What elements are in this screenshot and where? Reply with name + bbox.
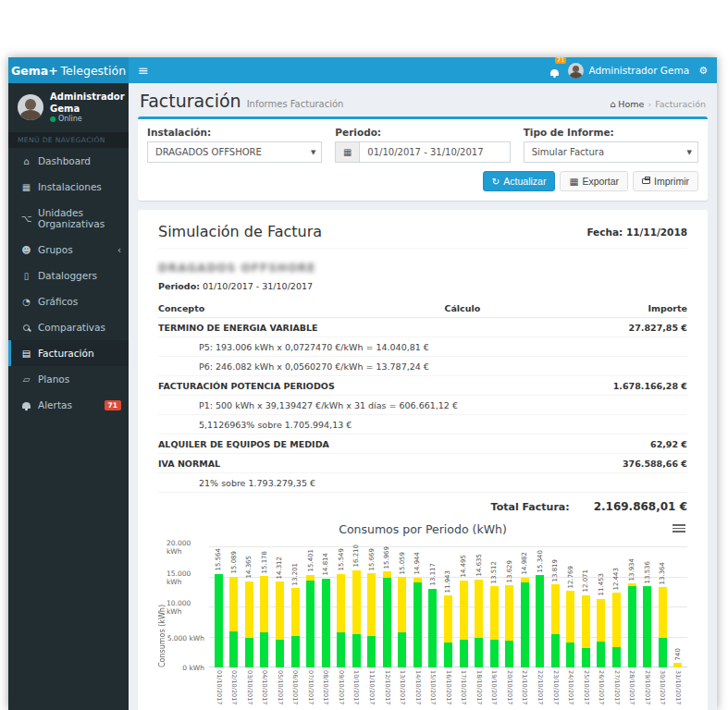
bar[interactable]: 14.312 [272,547,288,667]
bar[interactable]: 14.635 [471,547,487,667]
bar-segment-p3[interactable] [521,582,529,667]
bar[interactable]: 12.071 [578,547,594,667]
bar-segment-p2[interactable] [245,581,253,639]
bar[interactable]: 12.443 [609,547,624,667]
gear-icon[interactable]: ⚙ [698,65,708,77]
bar[interactable]: 13.819 [548,547,563,667]
bar-segment-p3[interactable] [582,648,590,667]
bar-segment-p3[interactable] [475,638,483,668]
breadcrumb-home[interactable]: ⌂ Home [610,99,644,109]
bar-segment-p2[interactable] [659,587,667,637]
bar-segment-p3[interactable] [612,647,621,667]
bar[interactable]: 12.769 [563,547,579,667]
bar-segment-p3[interactable] [276,640,284,668]
bar-segment-p2[interactable] [582,595,590,648]
bar[interactable]: 13.201 [288,547,303,667]
bar[interactable]: 15.178 [257,547,273,667]
bar[interactable]: 11.453 [594,547,610,667]
sidebar-item-graficos[interactable]: ◔Gráficos [8,288,129,314]
bar-segment-p3[interactable] [306,581,315,667]
bar-segment-p3[interactable] [291,636,300,667]
bar-segment-p3[interactable] [367,636,376,667]
bar-segment-p3[interactable] [444,643,452,667]
bar-segment-p3[interactable] [352,634,361,667]
bar[interactable]: 13.512 [487,547,502,667]
bar[interactable]: 13.364 [655,547,671,667]
bar-segment-p3[interactable] [229,631,238,667]
bar[interactable]: 14.944 [410,547,426,667]
sidebar-toggle-icon[interactable]: ≡ [129,63,158,78]
bar-segment-p2[interactable] [673,663,682,667]
bar[interactable]: 13.536 [639,547,655,667]
chart-menu-icon[interactable] [672,522,685,534]
bar-segment-p3[interactable] [551,634,560,667]
sidebar-item-unidades-organizativas[interactable]: ⌥Unidades Organizativas [8,200,129,237]
bar-segment-p2[interactable] [566,591,574,643]
bar-segment-p2[interactable] [291,588,300,636]
bar[interactable]: 14.495 [456,547,472,667]
bar-segment-p3[interactable] [505,641,513,667]
bar-segment-p3[interactable] [597,642,605,667]
bar[interactable]: 15.340 [532,547,548,667]
bar-segment-p3[interactable] [659,638,667,668]
imprimir-button[interactable]: Imprimir [633,171,698,191]
sidebar-item-instalaciones[interactable]: ▦Instalaciones [8,174,129,200]
bar-segment-p3[interactable] [428,589,437,667]
bar-segment-p2[interactable] [229,577,238,631]
brand-logo[interactable]: Gema+ Telegestión [8,57,129,83]
bar-segment-p2[interactable] [475,580,483,638]
bar[interactable]: 740 [670,547,685,667]
tipo-informe-select[interactable]: Simular Factura ▼ [524,141,698,163]
bar[interactable]: 13.117 [426,547,441,667]
exportar-button[interactable]: ▦ Exportar [560,171,628,191]
bar-segment-p2[interactable] [260,576,268,632]
notifications-button[interactable]: 71 [550,62,559,80]
bar[interactable]: 11.943 [440,547,456,667]
bar-segment-p2[interactable] [490,586,499,639]
bar[interactable]: 14.365 [241,547,257,667]
bar[interactable]: 14.814 [318,547,334,667]
sidebar-item-dataloggers[interactable]: ▯Dataloggers [8,263,129,288]
bar[interactable]: 13.629 [501,547,517,667]
bar-segment-p3[interactable] [460,640,468,667]
bar-segment-p2[interactable] [612,593,621,647]
sidebar-item-planos[interactable]: ▱Planos [8,366,129,392]
instalacion-select[interactable]: DRAGADOS OFFSHORE ▼ [147,141,322,163]
sidebar-item-comparativas[interactable]: Comparativas [8,314,129,340]
bar-segment-p2[interactable] [383,571,391,578]
bar[interactable]: 15.564 [211,547,227,667]
bar-segment-p2[interactable] [337,574,345,632]
bar-segment-p3[interactable] [215,574,223,667]
bar[interactable]: 13.934 [624,547,640,667]
bar-segment-p3[interactable] [643,586,651,667]
bar-segment-p3[interactable] [383,578,391,667]
sidebar-item-alertas[interactable]: Alertas71 [8,392,129,418]
sidebar-item-grupos[interactable]: ☻Grupos‹ [8,237,129,263]
bar[interactable]: 15.669 [364,547,379,667]
periodo-input[interactable] [359,141,510,163]
bar-segment-p3[interactable] [536,575,544,667]
bar-segment-p2[interactable] [460,581,468,640]
bar[interactable]: 15.549 [333,547,349,667]
bar-segment-p3[interactable] [628,586,636,667]
bar-segment-p2[interactable] [444,595,452,643]
bar-segment-p3[interactable] [322,579,330,667]
bar[interactable]: 15.969 [379,547,395,667]
bar-segment-p2[interactable] [352,570,361,634]
bar-segment-p3[interactable] [245,638,253,667]
bar[interactable]: 16.210 [349,547,364,667]
bar-segment-p3[interactable] [566,643,574,667]
bar-segment-p3[interactable] [260,632,268,667]
bar-segment-p2[interactable] [367,573,376,636]
bar-segment-p2[interactable] [597,599,605,643]
bar[interactable]: 15.401 [302,547,318,667]
sidebar-item-dashboard[interactable]: ⌂Dashboard [8,148,129,174]
bar[interactable]: 15.059 [395,547,411,667]
bar-segment-p3[interactable] [413,582,422,667]
actualizar-button[interactable]: ↻ Actualizar [483,171,556,191]
bar-segment-p2[interactable] [505,585,513,640]
bar-segment-p2[interactable] [276,581,284,640]
bar[interactable]: 14.982 [517,547,533,667]
bar-segment-p3[interactable] [490,640,499,668]
sidebar-item-facturacion[interactable]: ▤Facturación [8,340,129,366]
